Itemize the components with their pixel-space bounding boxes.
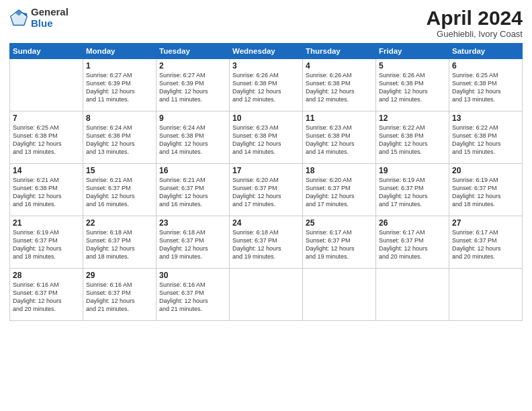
title-block: April 2024 Guehiebli, Ivory Coast xyxy=(427,7,523,39)
day-number: 6 xyxy=(452,61,519,71)
month-title: April 2024 xyxy=(427,7,523,29)
calendar-cell xyxy=(303,269,376,321)
day-number: 24 xyxy=(232,218,300,228)
calendar-cell: 29Sunrise: 6:16 AM Sunset: 6:37 PM Dayli… xyxy=(83,269,157,321)
day-number: 11 xyxy=(306,113,373,123)
day-number: 13 xyxy=(452,113,519,123)
logo-blue-text: Blue xyxy=(31,18,69,30)
calendar-cell: 17Sunrise: 6:20 AM Sunset: 6:37 PM Dayli… xyxy=(230,164,303,216)
day-header-sunday: Sunday xyxy=(10,44,83,59)
day-header-friday: Friday xyxy=(376,44,449,59)
day-info: Sunrise: 6:26 AM Sunset: 6:38 PM Dayligh… xyxy=(306,71,373,104)
day-info: Sunrise: 6:18 AM Sunset: 6:37 PM Dayligh… xyxy=(232,228,300,261)
day-number: 26 xyxy=(379,218,446,228)
calendar-cell: 15Sunrise: 6:21 AM Sunset: 6:37 PM Dayli… xyxy=(83,164,157,216)
day-info: Sunrise: 6:18 AM Sunset: 6:37 PM Dayligh… xyxy=(159,228,226,261)
day-number: 4 xyxy=(306,61,373,71)
day-info: Sunrise: 6:19 AM Sunset: 6:37 PM Dayligh… xyxy=(13,228,80,261)
day-number: 14 xyxy=(13,166,80,175)
day-info: Sunrise: 6:20 AM Sunset: 6:37 PM Dayligh… xyxy=(306,176,373,209)
day-info: Sunrise: 6:19 AM Sunset: 6:37 PM Dayligh… xyxy=(379,176,446,209)
calendar-header-row: SundayMondayTuesdayWednesdayThursdayFrid… xyxy=(10,44,523,59)
day-number: 20 xyxy=(452,166,519,175)
day-info: Sunrise: 6:16 AM Sunset: 6:37 PM Dayligh… xyxy=(86,281,153,314)
logo: General Blue xyxy=(9,7,69,29)
day-info: Sunrise: 6:26 AM Sunset: 6:38 PM Dayligh… xyxy=(379,71,446,104)
day-number: 19 xyxy=(379,166,446,175)
day-info: Sunrise: 6:22 AM Sunset: 6:38 PM Dayligh… xyxy=(452,124,519,156)
day-info: Sunrise: 6:22 AM Sunset: 6:38 PM Dayligh… xyxy=(379,124,446,156)
calendar-cell: 3Sunrise: 6:26 AM Sunset: 6:38 PM Daylig… xyxy=(230,59,303,111)
day-info: Sunrise: 6:21 AM Sunset: 6:37 PM Dayligh… xyxy=(86,176,153,209)
calendar-cell: 1Sunrise: 6:27 AM Sunset: 6:39 PM Daylig… xyxy=(83,59,157,111)
logo-icon xyxy=(9,9,28,28)
day-info: Sunrise: 6:18 AM Sunset: 6:37 PM Dayligh… xyxy=(86,228,153,261)
calendar-cell: 2Sunrise: 6:27 AM Sunset: 6:39 PM Daylig… xyxy=(157,59,230,111)
calendar-cell: 28Sunrise: 6:16 AM Sunset: 6:37 PM Dayli… xyxy=(10,269,83,321)
day-number: 27 xyxy=(452,218,519,228)
location: Guehiebli, Ivory Coast xyxy=(427,29,523,39)
calendar-cell: 11Sunrise: 6:23 AM Sunset: 6:38 PM Dayli… xyxy=(303,111,376,164)
day-number: 22 xyxy=(86,218,153,228)
calendar-week-row: 21Sunrise: 6:19 AM Sunset: 6:37 PM Dayli… xyxy=(10,216,523,269)
calendar-cell: 10Sunrise: 6:23 AM Sunset: 6:38 PM Dayli… xyxy=(230,111,303,164)
day-number: 5 xyxy=(379,61,446,71)
day-info: Sunrise: 6:19 AM Sunset: 6:37 PM Dayligh… xyxy=(452,176,519,209)
day-info: Sunrise: 6:25 AM Sunset: 6:38 PM Dayligh… xyxy=(452,71,519,104)
day-info: Sunrise: 6:23 AM Sunset: 6:38 PM Dayligh… xyxy=(306,124,373,156)
calendar-week-row: 28Sunrise: 6:16 AM Sunset: 6:37 PM Dayli… xyxy=(10,269,523,321)
calendar-cell: 5Sunrise: 6:26 AM Sunset: 6:38 PM Daylig… xyxy=(376,59,449,111)
calendar-cell xyxy=(230,269,303,321)
day-header-tuesday: Tuesday xyxy=(157,44,230,59)
day-number: 1 xyxy=(86,61,153,71)
calendar-cell: 20Sunrise: 6:19 AM Sunset: 6:37 PM Dayli… xyxy=(449,164,523,216)
day-number: 3 xyxy=(232,61,300,71)
calendar-cell: 30Sunrise: 6:16 AM Sunset: 6:37 PM Dayli… xyxy=(157,269,230,321)
day-info: Sunrise: 6:20 AM Sunset: 6:37 PM Dayligh… xyxy=(232,176,300,209)
calendar-cell: 8Sunrise: 6:24 AM Sunset: 6:38 PM Daylig… xyxy=(83,111,157,164)
day-number: 16 xyxy=(159,166,226,175)
day-info: Sunrise: 6:17 AM Sunset: 6:37 PM Dayligh… xyxy=(306,228,373,261)
calendar-cell: 4Sunrise: 6:26 AM Sunset: 6:38 PM Daylig… xyxy=(303,59,376,111)
calendar-cell: 22Sunrise: 6:18 AM Sunset: 6:37 PM Dayli… xyxy=(83,216,157,269)
calendar-cell: 19Sunrise: 6:19 AM Sunset: 6:37 PM Dayli… xyxy=(376,164,449,216)
calendar-table: SundayMondayTuesdayWednesdayThursdayFrid… xyxy=(9,43,523,321)
day-number: 2 xyxy=(159,61,226,71)
day-number: 18 xyxy=(306,166,373,175)
calendar-cell: 18Sunrise: 6:20 AM Sunset: 6:37 PM Dayli… xyxy=(303,164,376,216)
day-info: Sunrise: 6:21 AM Sunset: 6:38 PM Dayligh… xyxy=(13,176,80,209)
day-info: Sunrise: 6:27 AM Sunset: 6:39 PM Dayligh… xyxy=(159,71,226,104)
calendar-cell: 14Sunrise: 6:21 AM Sunset: 6:38 PM Dayli… xyxy=(10,164,83,216)
calendar-cell: 12Sunrise: 6:22 AM Sunset: 6:38 PM Dayli… xyxy=(376,111,449,164)
day-info: Sunrise: 6:23 AM Sunset: 6:38 PM Dayligh… xyxy=(232,124,300,156)
calendar-cell: 6Sunrise: 6:25 AM Sunset: 6:38 PM Daylig… xyxy=(449,59,523,111)
day-header-monday: Monday xyxy=(83,44,157,59)
day-number: 10 xyxy=(232,113,300,123)
calendar-cell xyxy=(376,269,449,321)
day-number: 7 xyxy=(13,113,80,123)
calendar-cell: 26Sunrise: 6:17 AM Sunset: 6:37 PM Dayli… xyxy=(376,216,449,269)
day-info: Sunrise: 6:27 AM Sunset: 6:39 PM Dayligh… xyxy=(86,71,153,104)
calendar-cell: 24Sunrise: 6:18 AM Sunset: 6:37 PM Dayli… xyxy=(230,216,303,269)
day-info: Sunrise: 6:16 AM Sunset: 6:37 PM Dayligh… xyxy=(13,281,80,314)
calendar-cell: 7Sunrise: 6:25 AM Sunset: 6:38 PM Daylig… xyxy=(10,111,83,164)
day-info: Sunrise: 6:25 AM Sunset: 6:38 PM Dayligh… xyxy=(13,124,80,156)
calendar-cell: 16Sunrise: 6:21 AM Sunset: 6:37 PM Dayli… xyxy=(157,164,230,216)
calendar-week-row: 7Sunrise: 6:25 AM Sunset: 6:38 PM Daylig… xyxy=(10,111,523,164)
day-number: 17 xyxy=(232,166,300,175)
day-number: 30 xyxy=(159,271,226,280)
day-info: Sunrise: 6:26 AM Sunset: 6:38 PM Dayligh… xyxy=(232,71,300,104)
day-info: Sunrise: 6:21 AM Sunset: 6:37 PM Dayligh… xyxy=(159,176,226,209)
calendar-cell: 13Sunrise: 6:22 AM Sunset: 6:38 PM Dayli… xyxy=(449,111,523,164)
day-number: 8 xyxy=(86,113,153,123)
header: General Blue April 2024 Guehiebli, Ivory… xyxy=(9,7,523,39)
calendar-cell: 27Sunrise: 6:17 AM Sunset: 6:37 PM Dayli… xyxy=(449,216,523,269)
day-header-wednesday: Wednesday xyxy=(230,44,303,59)
day-info: Sunrise: 6:24 AM Sunset: 6:38 PM Dayligh… xyxy=(86,124,153,156)
day-number: 28 xyxy=(13,271,80,280)
calendar-week-row: 14Sunrise: 6:21 AM Sunset: 6:38 PM Dayli… xyxy=(10,164,523,216)
day-number: 23 xyxy=(159,218,226,228)
calendar-cell xyxy=(449,269,523,321)
logo-general-text: General xyxy=(31,7,69,18)
day-info: Sunrise: 6:17 AM Sunset: 6:37 PM Dayligh… xyxy=(379,228,446,261)
